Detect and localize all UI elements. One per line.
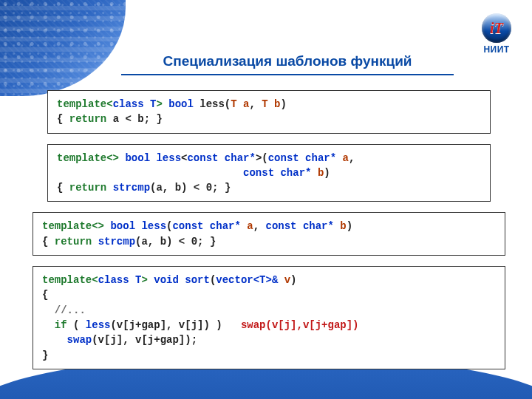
slide-title: Специализация шаблонов функций xyxy=(121,53,454,75)
code-block-specialized-less-deduced: template<> bool less(const char* a, cons… xyxy=(33,212,505,256)
code-block-sort-usage: template<class T> void sort(vector<T>& v… xyxy=(33,266,505,369)
logo-badge-icon: iT xyxy=(482,13,511,43)
code-block-generic-less: template<class T> bool less(T a, T b) { … xyxy=(47,90,491,134)
slide-content: Специализация шаблонов функций template<… xyxy=(0,0,532,369)
code-block-specialized-less-explicit: template<> bool less<const char*>(const … xyxy=(47,144,491,202)
logo-label: НИИТ xyxy=(482,44,511,55)
brand-logo: iT НИИТ xyxy=(482,13,511,55)
logo-monogram: iT xyxy=(490,20,503,37)
